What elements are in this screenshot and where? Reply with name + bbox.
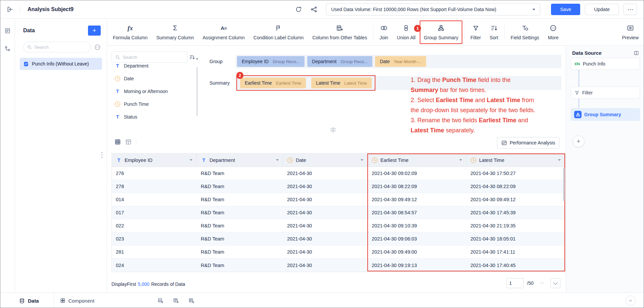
performance-analysis-button[interactable]: Performance Analysis bbox=[497, 137, 559, 148]
chevron-down-icon[interactable] bbox=[459, 159, 462, 161]
data-volume-select[interactable]: Used Data Volume: First 10000,000 Rows (… bbox=[326, 3, 540, 15]
chevron-down-icon bbox=[533, 9, 535, 10]
column-header-label: Latest Time bbox=[479, 158, 504, 163]
analysis-list-icon[interactable] bbox=[4, 28, 11, 34]
field-item[interactable]: Status bbox=[110, 111, 194, 123]
field-item[interactable]: Punch Time bbox=[110, 98, 194, 111]
add-chart-icon[interactable] bbox=[157, 298, 164, 304]
cell-date: 2021-04-30 bbox=[283, 246, 368, 258]
table-row[interactable]: 278 R&D Team 2021-04-30 2021-04-30 08:22… bbox=[112, 180, 565, 193]
field-search-input[interactable] bbox=[123, 55, 184, 60]
table-row[interactable]: 024 R&D Team 2021-04-30 2021-04-30 09:19… bbox=[112, 259, 565, 272]
source-node-punch-info[interactable]: xls Punch Info bbox=[571, 58, 640, 70]
field-type-icon bbox=[116, 157, 122, 163]
group-field-pill[interactable]: Employee ID Group Reco... bbox=[237, 56, 305, 67]
divider bbox=[20, 5, 20, 13]
add-table-button[interactable]: + bbox=[88, 26, 101, 36]
more-options-icon[interactable] bbox=[94, 44, 101, 50]
field-list-scrollbar[interactable] bbox=[196, 67, 198, 116]
formula-icon: fx bbox=[128, 24, 133, 32]
table-row[interactable]: 017 R&D Team 2021-04-30 2021-04-30 08:54… bbox=[112, 206, 565, 219]
refresh-icon[interactable] bbox=[295, 6, 302, 13]
toolbar-summary-column[interactable]: Σ Summary Column bbox=[152, 19, 198, 45]
group-field-pill[interactable]: Department Group Reco... bbox=[307, 56, 372, 67]
flow-node-filter[interactable]: Filter bbox=[571, 87, 640, 99]
toolbar-assignment-column[interactable]: A≡ Assignment Column bbox=[198, 19, 249, 45]
page-up-button[interactable] bbox=[537, 278, 547, 288]
update-button[interactable]: Update bbox=[585, 4, 619, 15]
add-step-button[interactable]: + bbox=[573, 136, 584, 147]
annotation-segment: 1. Drag the bbox=[411, 77, 442, 83]
relation-view-icon[interactable] bbox=[4, 45, 11, 52]
annotation-segment: Latest Time bbox=[411, 127, 444, 134]
toolbar-group-summary[interactable]: Group Summary bbox=[420, 20, 462, 44]
field-item[interactable]: Department bbox=[110, 63, 194, 72]
dataset-chart-icon bbox=[23, 61, 29, 67]
summary-field-pill[interactable]: Earliest Time Earliest Time bbox=[240, 78, 306, 88]
annotation-segment: Punch Time bbox=[442, 77, 476, 83]
toolbar-formula-column[interactable]: fx Formula Column bbox=[108, 19, 152, 45]
toolbar-field-settings[interactable]: Field Settings bbox=[506, 19, 544, 45]
toolbar-preview[interactable]: Preview bbox=[617, 19, 643, 45]
cell-date: 2021-04-30 bbox=[283, 193, 368, 206]
dataset-item-punch-info[interactable]: Punch Info (Without Leave) bbox=[20, 58, 102, 70]
column-header[interactable]: Date bbox=[283, 153, 368, 167]
cell-latest-time: 2021-04-30 17:40:45 bbox=[466, 259, 565, 272]
column-view-icon[interactable] bbox=[125, 139, 132, 145]
toolbar-union-all[interactable]: Union All 1 bbox=[393, 19, 420, 45]
field-item[interactable]: Morning or Afternoon bbox=[110, 85, 194, 98]
column-header[interactable]: Latest Time bbox=[466, 153, 565, 167]
flow-node-group-summary[interactable]: Group Summary bbox=[571, 108, 640, 121]
field-label: Status bbox=[124, 114, 137, 120]
panel-layout-icon[interactable] bbox=[634, 50, 639, 56]
table-row[interactable]: 023 R&D Team 2021-04-30 2021-04-30 09:06… bbox=[112, 232, 565, 246]
grid-view-icon[interactable] bbox=[114, 139, 121, 145]
chevron-down-icon[interactable] bbox=[361, 159, 363, 161]
cell-employee-id: 024 bbox=[112, 259, 197, 272]
more-actions-button[interactable]: ⋯ bbox=[624, 4, 637, 15]
toolbar-join[interactable]: Join bbox=[375, 19, 393, 45]
chevron-down-icon[interactable] bbox=[190, 159, 192, 161]
more-circle-icon bbox=[550, 24, 557, 32]
cell-latest-time: 2021-04-30 21:19:35 bbox=[466, 219, 565, 232]
group-field-pill[interactable]: Date Year-Month-... bbox=[375, 56, 426, 67]
table-row[interactable]: 014 R&D Team 2021-04-30 2021-04-30 09:49… bbox=[112, 193, 565, 206]
tab-component[interactable]: Component bbox=[60, 298, 95, 304]
column-header[interactable]: Earliest Time bbox=[368, 153, 466, 167]
page-title: Analysis Subject9 bbox=[28, 6, 74, 12]
page-down-button[interactable] bbox=[550, 278, 560, 288]
panel-resize-handle[interactable] bbox=[101, 152, 102, 158]
collapse-bottom-bar-button[interactable] bbox=[626, 296, 636, 306]
tab-data[interactable]: Data bbox=[19, 298, 39, 304]
table-row[interactable]: 022 R&D Team 2021-04-30 2021-04-30 09:10… bbox=[112, 219, 565, 232]
toolbar-condition-label-column[interactable]: Condition Label Column bbox=[249, 19, 308, 45]
toolbar-filter[interactable]: Filter bbox=[466, 19, 485, 45]
toolbar-column-from-other-tables[interactable]: Column from Other Tables bbox=[308, 19, 371, 45]
chevron-down-icon[interactable] bbox=[558, 159, 561, 161]
toolbar-more[interactable]: More bbox=[544, 19, 563, 45]
toolbar-sort[interactable]: Sort bbox=[485, 19, 503, 45]
page-number-input[interactable] bbox=[506, 278, 524, 288]
collapse-left-icon[interactable] bbox=[0, 6, 20, 13]
field-item[interactable]: Date bbox=[110, 72, 194, 85]
cell-earliest-time: 2021-04-30 09:19:13 bbox=[368, 259, 466, 272]
data-volume-label: Used Data Volume: First 10000,000 Rows (… bbox=[331, 7, 496, 12]
chevron-down-icon[interactable] bbox=[276, 159, 279, 161]
cell-earliest-time: 2021-04-30 09:49:00 bbox=[368, 246, 466, 258]
dataset-search-input[interactable] bbox=[34, 45, 87, 50]
column-header[interactable]: Employee ID bbox=[112, 153, 197, 167]
column-header[interactable]: Department bbox=[197, 153, 283, 167]
lineage-icon[interactable] bbox=[311, 6, 317, 13]
save-button[interactable]: Save bbox=[551, 4, 580, 15]
annotation-segment: 3. Rename the two fields bbox=[411, 117, 479, 124]
table-scrollbar[interactable] bbox=[563, 168, 565, 201]
table-row[interactable]: 281 R&D Team 2021-04-30 2021-04-30 09:49… bbox=[112, 246, 565, 259]
pane-splitter-handle[interactable] bbox=[331, 127, 335, 132]
summary-field-pill[interactable]: Latest Time Latest Time bbox=[311, 78, 372, 88]
add-table-icon[interactable] bbox=[173, 298, 179, 304]
flow-node-label: Group Summary bbox=[584, 112, 621, 117]
field-sort-icon[interactable] bbox=[189, 54, 198, 60]
add-filter-widget-icon[interactable] bbox=[188, 298, 194, 304]
column-header-label: Employee ID bbox=[125, 158, 152, 163]
table-row[interactable]: 276 R&D Team 2021-04-30 2021-04-30 09:02… bbox=[112, 167, 565, 180]
